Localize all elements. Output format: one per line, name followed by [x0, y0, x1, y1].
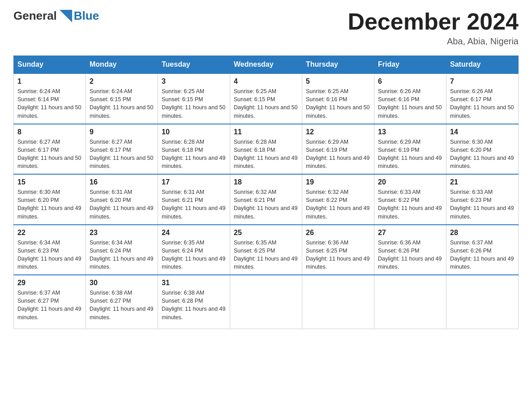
day-info: Sunrise: 6:28 AMSunset: 6:18 PMDaylight:…	[234, 138, 298, 171]
calendar-day-cell: 18Sunrise: 6:32 AMSunset: 6:21 PMDayligh…	[230, 174, 302, 225]
calendar-day-cell: 16Sunrise: 6:31 AMSunset: 6:20 PMDayligh…	[86, 174, 158, 225]
calendar-day-cell: 13Sunrise: 6:29 AMSunset: 6:19 PMDayligh…	[374, 124, 446, 175]
calendar-day-cell	[230, 275, 302, 329]
day-info: Sunrise: 6:32 AMSunset: 6:22 PMDaylight:…	[306, 188, 370, 221]
day-number: 24	[162, 229, 226, 237]
calendar-day-cell: 10Sunrise: 6:28 AMSunset: 6:18 PMDayligh…	[158, 124, 230, 175]
day-number: 21	[450, 178, 515, 186]
calendar-day-cell: 20Sunrise: 6:33 AMSunset: 6:22 PMDayligh…	[374, 174, 446, 225]
calendar-day-cell: 28Sunrise: 6:37 AMSunset: 6:26 PMDayligh…	[446, 225, 519, 275]
day-number: 18	[234, 178, 298, 186]
calendar-day-cell: 6Sunrise: 6:26 AMSunset: 6:16 PMDaylight…	[374, 73, 446, 124]
calendar-day-cell: 29Sunrise: 6:37 AMSunset: 6:27 PMDayligh…	[14, 275, 86, 329]
day-info: Sunrise: 6:25 AMSunset: 6:16 PMDaylight:…	[306, 87, 370, 120]
calendar-day-cell: 31Sunrise: 6:38 AMSunset: 6:28 PMDayligh…	[158, 275, 230, 329]
day-info: Sunrise: 6:35 AMSunset: 6:24 PMDaylight:…	[162, 239, 226, 271]
col-header-saturday: Saturday	[446, 56, 519, 74]
logo-text-blue: Blue	[74, 9, 99, 23]
day-number: 27	[378, 229, 442, 237]
day-info: Sunrise: 6:30 AMSunset: 6:20 PMDaylight:…	[450, 138, 515, 171]
day-info: Sunrise: 6:36 AMSunset: 6:26 PMDaylight:…	[378, 239, 442, 271]
col-header-tuesday: Tuesday	[158, 56, 230, 74]
logo-text-general: General	[13, 9, 57, 23]
calendar-day-cell: 30Sunrise: 6:38 AMSunset: 6:27 PMDayligh…	[86, 275, 158, 329]
day-number: 30	[90, 279, 154, 287]
day-info: Sunrise: 6:29 AMSunset: 6:19 PMDaylight:…	[306, 138, 370, 171]
col-header-wednesday: Wednesday	[230, 56, 302, 74]
calendar-day-cell: 8Sunrise: 6:27 AMSunset: 6:17 PMDaylight…	[14, 124, 86, 175]
day-info: Sunrise: 6:27 AMSunset: 6:17 PMDaylight:…	[90, 138, 154, 171]
logo: General Blue	[13, 9, 99, 23]
calendar-day-cell: 25Sunrise: 6:35 AMSunset: 6:25 PMDayligh…	[230, 225, 302, 275]
day-number: 17	[162, 178, 226, 186]
day-number: 6	[378, 77, 442, 86]
day-info: Sunrise: 6:25 AMSunset: 6:15 PMDaylight:…	[234, 87, 298, 120]
day-number: 3	[162, 77, 226, 86]
calendar-day-cell: 7Sunrise: 6:26 AMSunset: 6:17 PMDaylight…	[446, 73, 519, 124]
day-info: Sunrise: 6:25 AMSunset: 6:15 PMDaylight:…	[162, 87, 226, 120]
day-info: Sunrise: 6:32 AMSunset: 6:21 PMDaylight:…	[234, 188, 298, 221]
day-number: 20	[378, 178, 442, 186]
day-info: Sunrise: 6:28 AMSunset: 6:18 PMDaylight:…	[162, 138, 226, 171]
day-info: Sunrise: 6:33 AMSunset: 6:22 PMDaylight:…	[378, 188, 442, 221]
day-info: Sunrise: 6:37 AMSunset: 6:26 PMDaylight:…	[450, 239, 515, 271]
day-info: Sunrise: 6:24 AMSunset: 6:15 PMDaylight:…	[90, 87, 154, 120]
calendar-day-cell: 1Sunrise: 6:24 AMSunset: 6:14 PMDaylight…	[14, 73, 86, 124]
day-info: Sunrise: 6:35 AMSunset: 6:25 PMDaylight:…	[234, 239, 298, 271]
calendar-week-row: 8Sunrise: 6:27 AMSunset: 6:17 PMDaylight…	[14, 124, 519, 175]
calendar-day-cell: 11Sunrise: 6:28 AMSunset: 6:18 PMDayligh…	[230, 124, 302, 175]
calendar-table: SundayMondayTuesdayWednesdayThursdayFrid…	[13, 56, 519, 329]
day-number: 25	[234, 229, 298, 237]
day-number: 22	[17, 229, 82, 237]
day-number: 1	[17, 77, 82, 86]
day-number: 9	[90, 128, 154, 136]
day-number: 23	[90, 229, 154, 237]
day-number: 7	[450, 77, 515, 86]
calendar-week-row: 29Sunrise: 6:37 AMSunset: 6:27 PMDayligh…	[14, 275, 519, 329]
day-number: 26	[306, 229, 370, 237]
day-info: Sunrise: 6:31 AMSunset: 6:21 PMDaylight:…	[162, 188, 226, 221]
calendar-day-cell	[302, 275, 374, 329]
logo-icon	[60, 10, 72, 22]
calendar-day-cell: 3Sunrise: 6:25 AMSunset: 6:15 PMDaylight…	[158, 73, 230, 124]
col-header-friday: Friday	[374, 56, 446, 74]
calendar-day-cell: 4Sunrise: 6:25 AMSunset: 6:15 PMDaylight…	[230, 73, 302, 124]
day-number: 2	[90, 77, 154, 86]
calendar-day-cell: 15Sunrise: 6:30 AMSunset: 6:20 PMDayligh…	[14, 174, 86, 225]
col-header-thursday: Thursday	[302, 56, 374, 74]
day-number: 4	[234, 77, 298, 86]
day-info: Sunrise: 6:24 AMSunset: 6:14 PMDaylight:…	[17, 87, 82, 120]
calendar-day-cell: 26Sunrise: 6:36 AMSunset: 6:25 PMDayligh…	[302, 225, 374, 275]
day-number: 19	[306, 178, 370, 186]
day-info: Sunrise: 6:36 AMSunset: 6:25 PMDaylight:…	[306, 239, 370, 271]
day-info: Sunrise: 6:37 AMSunset: 6:27 PMDaylight:…	[17, 289, 82, 321]
calendar-day-cell: 24Sunrise: 6:35 AMSunset: 6:24 PMDayligh…	[158, 225, 230, 275]
day-info: Sunrise: 6:27 AMSunset: 6:17 PMDaylight:…	[17, 138, 82, 171]
calendar-day-cell: 21Sunrise: 6:33 AMSunset: 6:23 PMDayligh…	[446, 174, 519, 225]
calendar-week-row: 1Sunrise: 6:24 AMSunset: 6:14 PMDaylight…	[14, 73, 519, 124]
calendar-header-row: SundayMondayTuesdayWednesdayThursdayFrid…	[14, 56, 519, 74]
calendar-day-cell: 14Sunrise: 6:30 AMSunset: 6:20 PMDayligh…	[446, 124, 519, 175]
calendar-day-cell: 9Sunrise: 6:27 AMSunset: 6:17 PMDaylight…	[86, 124, 158, 175]
calendar-day-cell: 22Sunrise: 6:34 AMSunset: 6:23 PMDayligh…	[14, 225, 86, 275]
day-info: Sunrise: 6:33 AMSunset: 6:23 PMDaylight:…	[450, 188, 515, 221]
day-info: Sunrise: 6:34 AMSunset: 6:24 PMDaylight:…	[90, 239, 154, 271]
day-number: 29	[17, 279, 82, 287]
day-info: Sunrise: 6:38 AMSunset: 6:28 PMDaylight:…	[162, 289, 226, 321]
day-info: Sunrise: 6:29 AMSunset: 6:19 PMDaylight:…	[378, 138, 442, 171]
col-header-sunday: Sunday	[14, 56, 86, 74]
month-title: December 2024	[348, 9, 519, 34]
day-number: 8	[17, 128, 82, 136]
day-number: 28	[450, 229, 515, 237]
calendar-day-cell: 23Sunrise: 6:34 AMSunset: 6:24 PMDayligh…	[86, 225, 158, 275]
calendar-day-cell: 17Sunrise: 6:31 AMSunset: 6:21 PMDayligh…	[158, 174, 230, 225]
col-header-monday: Monday	[86, 56, 158, 74]
day-info: Sunrise: 6:38 AMSunset: 6:27 PMDaylight:…	[90, 289, 154, 321]
calendar-week-row: 15Sunrise: 6:30 AMSunset: 6:20 PMDayligh…	[14, 174, 519, 225]
title-block: December 2024 Aba, Abia, Nigeria	[348, 9, 519, 47]
day-number: 12	[306, 128, 370, 136]
calendar-day-cell	[374, 275, 446, 329]
calendar-week-row: 22Sunrise: 6:34 AMSunset: 6:23 PMDayligh…	[14, 225, 519, 275]
day-info: Sunrise: 6:34 AMSunset: 6:23 PMDaylight:…	[17, 239, 82, 271]
day-number: 11	[234, 128, 298, 136]
